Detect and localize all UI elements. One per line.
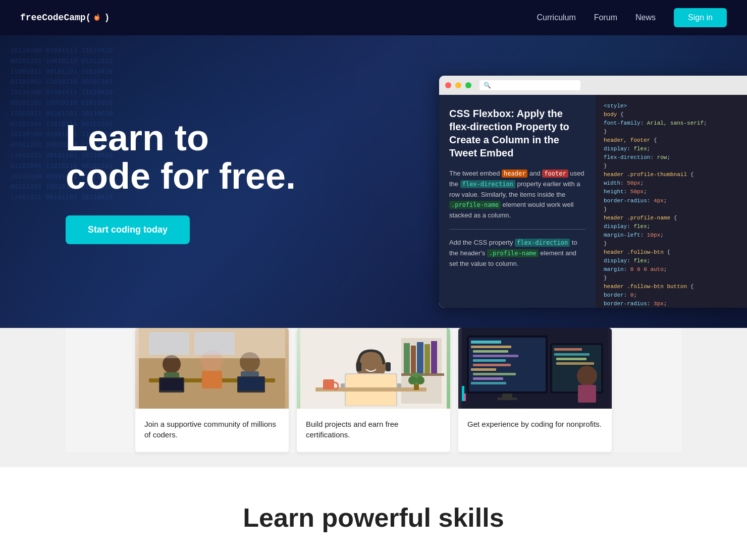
card-image-projects xyxy=(297,328,450,409)
logo: freeCodeCamp( ) xyxy=(20,12,110,23)
svg-rect-15 xyxy=(194,332,235,355)
card-text-nonprofits: Get experience by coding for nonprofits. xyxy=(458,409,612,441)
card-nonprofits: Get experience by coding for nonprofits. xyxy=(458,328,612,452)
svg-rect-52 xyxy=(497,398,517,400)
svg-rect-46 xyxy=(473,364,511,366)
svg-rect-56 xyxy=(554,353,590,356)
svg-rect-27 xyxy=(386,362,391,371)
learn-section: Learn powerful skills xyxy=(0,467,747,553)
hero-section: 10110100 01001011 11010010 00101101 1001… xyxy=(0,35,747,328)
flame-icon xyxy=(93,12,102,23)
svg-rect-45 xyxy=(473,359,506,362)
svg-rect-47 xyxy=(471,368,496,371)
nav: Curriculum Forum News Sign in xyxy=(537,8,727,27)
svg-rect-6 xyxy=(160,378,183,390)
svg-rect-22 xyxy=(424,344,430,373)
card-text-community: Join a supportive community of millions … xyxy=(135,409,289,452)
hero-content: Learn to code for free. Start coding tod… xyxy=(0,89,326,274)
svg-point-36 xyxy=(408,376,416,384)
svg-rect-24 xyxy=(401,373,444,376)
cards-wrapper: Join a supportive community of millions … xyxy=(0,328,747,467)
code-tag-footer: footer xyxy=(542,170,568,178)
logo-text: freeCodeCamp( xyxy=(20,13,91,23)
browser-toolbar: 🔍 xyxy=(439,76,747,95)
hero-title: Learn to code for free. xyxy=(66,119,296,195)
browser-dot-minimize xyxy=(455,82,461,88)
browser-dot-maximize xyxy=(465,82,471,88)
article-panel: CSS Flexbox: Apply the flex-direction Pr… xyxy=(439,95,596,308)
start-coding-button[interactable]: Start coding today xyxy=(66,215,190,244)
browser-body: CSS Flexbox: Apply the flex-direction Pr… xyxy=(439,95,747,308)
search-icon: 🔍 xyxy=(484,82,491,89)
nav-forum[interactable]: Forum xyxy=(594,13,617,22)
code-tag-flex: flex-direction xyxy=(460,180,515,188)
svg-point-61 xyxy=(577,366,597,386)
browser-search-bar: 🔍 xyxy=(479,80,580,90)
code-tag-header: header xyxy=(502,170,527,178)
svg-rect-26 xyxy=(356,362,361,371)
svg-rect-50 xyxy=(471,382,506,384)
svg-rect-62 xyxy=(578,385,596,403)
header: freeCodeCamp( ) Curriculum Forum News Si… xyxy=(0,0,747,35)
card-text-projects: Build projects and earn free certificati… xyxy=(297,409,450,452)
signin-button[interactable]: Sign in xyxy=(674,8,727,27)
svg-rect-23 xyxy=(431,341,437,373)
svg-rect-21 xyxy=(417,342,423,373)
nav-curriculum[interactable]: Curriculum xyxy=(537,13,575,22)
svg-rect-20 xyxy=(411,346,416,373)
card-community: Join a supportive community of millions … xyxy=(135,328,289,452)
svg-rect-59 xyxy=(462,386,464,401)
article-title: CSS Flexbox: Apply the flex-direction Pr… xyxy=(449,107,585,159)
article-divider xyxy=(449,229,585,230)
cards-section: Join a supportive community of millions … xyxy=(66,328,681,452)
svg-rect-41 xyxy=(471,341,501,344)
svg-rect-55 xyxy=(554,348,582,351)
hero-title-line1: Learn to xyxy=(66,118,209,158)
card-image-community xyxy=(135,328,289,409)
article-body: The tweet embed header and footer used t… xyxy=(449,169,585,269)
logo-suffix: ) xyxy=(104,13,110,23)
svg-rect-54 xyxy=(552,345,601,391)
svg-rect-57 xyxy=(556,358,586,360)
svg-rect-49 xyxy=(473,377,503,380)
nav-news[interactable]: News xyxy=(635,13,656,22)
svg-rect-58 xyxy=(556,362,594,365)
svg-rect-19 xyxy=(404,343,410,373)
code-panel: <style> body { font-family: Arial, sans-… xyxy=(596,95,747,308)
card-image-nonprofits xyxy=(458,328,612,409)
card-projects: Build projects and earn free certificati… xyxy=(297,328,450,452)
svg-rect-44 xyxy=(473,355,518,357)
svg-rect-43 xyxy=(473,350,508,353)
code-tag-profile2: .profile-name xyxy=(487,249,539,257)
svg-point-37 xyxy=(416,376,424,384)
svg-rect-33 xyxy=(323,379,334,389)
svg-rect-48 xyxy=(473,373,516,375)
code-tag-profile: .profile-name xyxy=(449,201,501,209)
code-tag-flex2: flex-direction xyxy=(515,239,570,247)
hero-title-line2: code for free. xyxy=(66,156,296,196)
learn-title: Learn powerful skills xyxy=(30,502,717,533)
svg-rect-12 xyxy=(238,377,264,390)
browser-dot-close xyxy=(445,82,451,88)
svg-rect-14 xyxy=(149,332,189,355)
browser-mockup: 🔍 CSS Flexbox: Apply the flex-direction … xyxy=(439,76,747,308)
svg-rect-8 xyxy=(202,371,222,388)
svg-rect-42 xyxy=(471,346,511,348)
svg-rect-60 xyxy=(464,394,466,401)
